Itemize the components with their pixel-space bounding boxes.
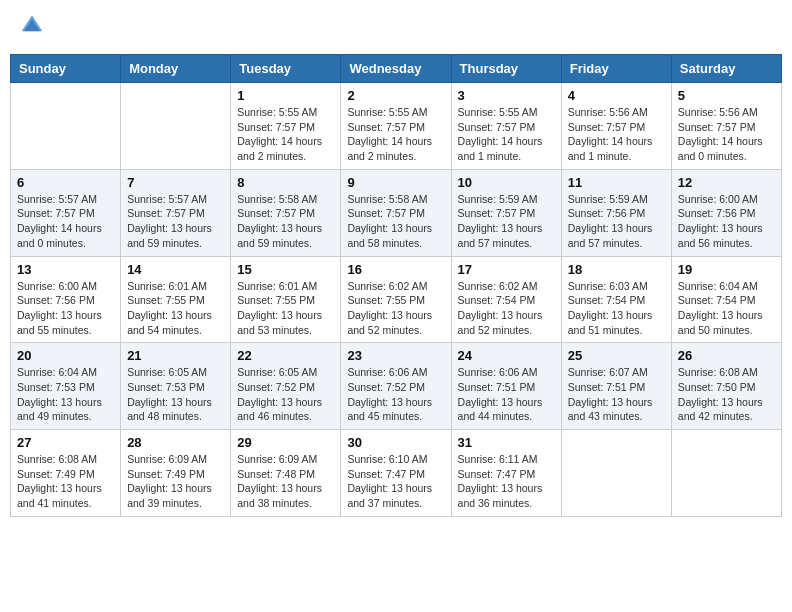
day-number: 13 bbox=[17, 262, 114, 277]
calendar-cell: 30Sunrise: 6:10 AM Sunset: 7:47 PM Dayli… bbox=[341, 430, 451, 517]
day-number: 25 bbox=[568, 348, 665, 363]
calendar-cell: 26Sunrise: 6:08 AM Sunset: 7:50 PM Dayli… bbox=[671, 343, 781, 430]
day-detail: Sunrise: 6:04 AM Sunset: 7:54 PM Dayligh… bbox=[678, 279, 775, 338]
day-detail: Sunrise: 6:09 AM Sunset: 7:48 PM Dayligh… bbox=[237, 452, 334, 511]
day-number: 24 bbox=[458, 348, 555, 363]
day-number: 22 bbox=[237, 348, 334, 363]
calendar-row: 6Sunrise: 5:57 AM Sunset: 7:57 PM Daylig… bbox=[11, 169, 782, 256]
calendar-cell bbox=[561, 430, 671, 517]
calendar-cell: 10Sunrise: 5:59 AM Sunset: 7:57 PM Dayli… bbox=[451, 169, 561, 256]
calendar-cell: 17Sunrise: 6:02 AM Sunset: 7:54 PM Dayli… bbox=[451, 256, 561, 343]
day-detail: Sunrise: 5:55 AM Sunset: 7:57 PM Dayligh… bbox=[458, 105, 555, 164]
day-number: 12 bbox=[678, 175, 775, 190]
calendar-cell: 7Sunrise: 5:57 AM Sunset: 7:57 PM Daylig… bbox=[121, 169, 231, 256]
day-number: 26 bbox=[678, 348, 775, 363]
day-detail: Sunrise: 6:11 AM Sunset: 7:47 PM Dayligh… bbox=[458, 452, 555, 511]
day-number: 4 bbox=[568, 88, 665, 103]
calendar-cell: 29Sunrise: 6:09 AM Sunset: 7:48 PM Dayli… bbox=[231, 430, 341, 517]
day-number: 20 bbox=[17, 348, 114, 363]
calendar-cell: 4Sunrise: 5:56 AM Sunset: 7:57 PM Daylig… bbox=[561, 83, 671, 170]
calendar-row: 27Sunrise: 6:08 AM Sunset: 7:49 PM Dayli… bbox=[11, 430, 782, 517]
weekday-header: Monday bbox=[121, 55, 231, 83]
day-detail: Sunrise: 6:10 AM Sunset: 7:47 PM Dayligh… bbox=[347, 452, 444, 511]
weekday-header: Tuesday bbox=[231, 55, 341, 83]
day-number: 31 bbox=[458, 435, 555, 450]
day-number: 16 bbox=[347, 262, 444, 277]
day-detail: Sunrise: 5:58 AM Sunset: 7:57 PM Dayligh… bbox=[347, 192, 444, 251]
day-detail: Sunrise: 6:03 AM Sunset: 7:54 PM Dayligh… bbox=[568, 279, 665, 338]
logo-icon bbox=[20, 13, 44, 35]
weekday-header: Friday bbox=[561, 55, 671, 83]
calendar-cell: 12Sunrise: 6:00 AM Sunset: 7:56 PM Dayli… bbox=[671, 169, 781, 256]
calendar-cell: 6Sunrise: 5:57 AM Sunset: 7:57 PM Daylig… bbox=[11, 169, 121, 256]
day-detail: Sunrise: 6:02 AM Sunset: 7:55 PM Dayligh… bbox=[347, 279, 444, 338]
calendar-cell: 24Sunrise: 6:06 AM Sunset: 7:51 PM Dayli… bbox=[451, 343, 561, 430]
page-header bbox=[10, 10, 782, 44]
day-detail: Sunrise: 6:05 AM Sunset: 7:53 PM Dayligh… bbox=[127, 365, 224, 424]
calendar-cell: 3Sunrise: 5:55 AM Sunset: 7:57 PM Daylig… bbox=[451, 83, 561, 170]
calendar-cell: 14Sunrise: 6:01 AM Sunset: 7:55 PM Dayli… bbox=[121, 256, 231, 343]
day-detail: Sunrise: 6:06 AM Sunset: 7:51 PM Dayligh… bbox=[458, 365, 555, 424]
calendar-cell bbox=[671, 430, 781, 517]
calendar-cell: 22Sunrise: 6:05 AM Sunset: 7:52 PM Dayli… bbox=[231, 343, 341, 430]
day-number: 17 bbox=[458, 262, 555, 277]
day-detail: Sunrise: 6:01 AM Sunset: 7:55 PM Dayligh… bbox=[237, 279, 334, 338]
weekday-header: Wednesday bbox=[341, 55, 451, 83]
day-number: 21 bbox=[127, 348, 224, 363]
calendar-cell: 23Sunrise: 6:06 AM Sunset: 7:52 PM Dayli… bbox=[341, 343, 451, 430]
calendar-cell: 25Sunrise: 6:07 AM Sunset: 7:51 PM Dayli… bbox=[561, 343, 671, 430]
calendar-cell: 27Sunrise: 6:08 AM Sunset: 7:49 PM Dayli… bbox=[11, 430, 121, 517]
calendar-cell: 2Sunrise: 5:55 AM Sunset: 7:57 PM Daylig… bbox=[341, 83, 451, 170]
calendar-cell: 13Sunrise: 6:00 AM Sunset: 7:56 PM Dayli… bbox=[11, 256, 121, 343]
day-detail: Sunrise: 6:01 AM Sunset: 7:55 PM Dayligh… bbox=[127, 279, 224, 338]
day-detail: Sunrise: 5:59 AM Sunset: 7:56 PM Dayligh… bbox=[568, 192, 665, 251]
calendar-cell: 16Sunrise: 6:02 AM Sunset: 7:55 PM Dayli… bbox=[341, 256, 451, 343]
calendar-cell: 15Sunrise: 6:01 AM Sunset: 7:55 PM Dayli… bbox=[231, 256, 341, 343]
day-detail: Sunrise: 6:08 AM Sunset: 7:50 PM Dayligh… bbox=[678, 365, 775, 424]
day-number: 11 bbox=[568, 175, 665, 190]
day-detail: Sunrise: 5:56 AM Sunset: 7:57 PM Dayligh… bbox=[678, 105, 775, 164]
day-detail: Sunrise: 6:06 AM Sunset: 7:52 PM Dayligh… bbox=[347, 365, 444, 424]
day-detail: Sunrise: 5:57 AM Sunset: 7:57 PM Dayligh… bbox=[17, 192, 114, 251]
day-detail: Sunrise: 6:05 AM Sunset: 7:52 PM Dayligh… bbox=[237, 365, 334, 424]
day-number: 2 bbox=[347, 88, 444, 103]
day-number: 7 bbox=[127, 175, 224, 190]
weekday-header: Thursday bbox=[451, 55, 561, 83]
calendar-row: 1Sunrise: 5:55 AM Sunset: 7:57 PM Daylig… bbox=[11, 83, 782, 170]
day-number: 10 bbox=[458, 175, 555, 190]
calendar-cell: 1Sunrise: 5:55 AM Sunset: 7:57 PM Daylig… bbox=[231, 83, 341, 170]
weekday-header: Saturday bbox=[671, 55, 781, 83]
day-number: 23 bbox=[347, 348, 444, 363]
day-number: 27 bbox=[17, 435, 114, 450]
calendar-cell: 11Sunrise: 5:59 AM Sunset: 7:56 PM Dayli… bbox=[561, 169, 671, 256]
day-detail: Sunrise: 5:58 AM Sunset: 7:57 PM Dayligh… bbox=[237, 192, 334, 251]
day-number: 1 bbox=[237, 88, 334, 103]
calendar-cell: 21Sunrise: 6:05 AM Sunset: 7:53 PM Dayli… bbox=[121, 343, 231, 430]
day-number: 8 bbox=[237, 175, 334, 190]
day-number: 18 bbox=[568, 262, 665, 277]
day-detail: Sunrise: 5:55 AM Sunset: 7:57 PM Dayligh… bbox=[237, 105, 334, 164]
day-number: 29 bbox=[237, 435, 334, 450]
day-number: 3 bbox=[458, 88, 555, 103]
calendar-row: 20Sunrise: 6:04 AM Sunset: 7:53 PM Dayli… bbox=[11, 343, 782, 430]
calendar-cell: 31Sunrise: 6:11 AM Sunset: 7:47 PM Dayli… bbox=[451, 430, 561, 517]
day-number: 14 bbox=[127, 262, 224, 277]
day-number: 19 bbox=[678, 262, 775, 277]
day-detail: Sunrise: 5:56 AM Sunset: 7:57 PM Dayligh… bbox=[568, 105, 665, 164]
calendar-cell: 18Sunrise: 6:03 AM Sunset: 7:54 PM Dayli… bbox=[561, 256, 671, 343]
day-detail: Sunrise: 5:57 AM Sunset: 7:57 PM Dayligh… bbox=[127, 192, 224, 251]
day-number: 5 bbox=[678, 88, 775, 103]
calendar-cell bbox=[11, 83, 121, 170]
weekday-header: Sunday bbox=[11, 55, 121, 83]
calendar-cell: 9Sunrise: 5:58 AM Sunset: 7:57 PM Daylig… bbox=[341, 169, 451, 256]
day-detail: Sunrise: 5:55 AM Sunset: 7:57 PM Dayligh… bbox=[347, 105, 444, 164]
calendar-cell: 19Sunrise: 6:04 AM Sunset: 7:54 PM Dayli… bbox=[671, 256, 781, 343]
day-detail: Sunrise: 5:59 AM Sunset: 7:57 PM Dayligh… bbox=[458, 192, 555, 251]
day-detail: Sunrise: 6:04 AM Sunset: 7:53 PM Dayligh… bbox=[17, 365, 114, 424]
calendar-cell bbox=[121, 83, 231, 170]
day-detail: Sunrise: 6:09 AM Sunset: 7:49 PM Dayligh… bbox=[127, 452, 224, 511]
calendar-table: SundayMondayTuesdayWednesdayThursdayFrid… bbox=[10, 54, 782, 517]
day-detail: Sunrise: 6:02 AM Sunset: 7:54 PM Dayligh… bbox=[458, 279, 555, 338]
calendar-cell: 20Sunrise: 6:04 AM Sunset: 7:53 PM Dayli… bbox=[11, 343, 121, 430]
weekday-header-row: SundayMondayTuesdayWednesdayThursdayFrid… bbox=[11, 55, 782, 83]
